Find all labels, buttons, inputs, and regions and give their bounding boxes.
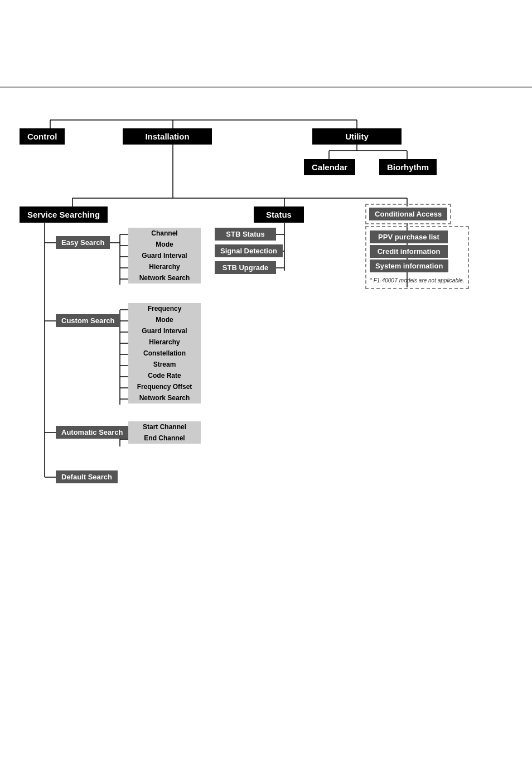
default-search-label: Default Search — [56, 470, 118, 483]
easy-network-search-label: Network Search — [128, 272, 201, 284]
stb-upgrade-node: STB Upgrade — [215, 261, 276, 274]
installation-node: Installation — [123, 128, 212, 145]
auto-end-channel-label: End Channel — [128, 433, 201, 444]
easy-channel-node: Channel — [128, 228, 201, 239]
custom-hierarchy-node: Hierarchy — [128, 337, 201, 348]
biorhythm-node: Biorhythm — [379, 159, 437, 175]
installation-label: Installation — [123, 128, 212, 145]
control-node: Control — [20, 128, 65, 145]
conditional-access-children: PPV purchase list Credit information Sys… — [365, 226, 469, 289]
auto-start-channel-label: Start Channel — [128, 421, 201, 433]
service-searching-node: Service Searching — [20, 206, 108, 223]
custom-frequency-label: Frequency — [128, 303, 201, 314]
note-text: * F1-4000T models are not applicable. — [370, 277, 465, 284]
easy-guard-interval-node: Guard Interval — [128, 250, 201, 261]
easy-hierarchy-label: Hierarchy — [128, 261, 201, 272]
custom-constellation-label: Constellation — [128, 348, 201, 359]
custom-network-search-node: Network Search — [128, 392, 201, 403]
easy-mode-label: Mode — [128, 239, 201, 250]
signal-detection-node: Signal Detection — [215, 244, 283, 257]
easy-guard-interval-label: Guard Interval — [128, 250, 201, 261]
custom-stream-label: Stream — [128, 359, 201, 370]
custom-stream-node: Stream — [128, 359, 201, 370]
custom-frequency-offset-node: Frequency Offset — [128, 381, 201, 392]
biorhythm-label: Biorhythm — [379, 159, 437, 175]
custom-mode-node: Mode — [128, 314, 201, 325]
custom-search-label: Custom Search — [56, 314, 120, 327]
custom-guard-interval-label: Guard Interval — [128, 325, 201, 337]
system-information-label: System information — [370, 260, 448, 272]
credit-information-label: Credit information — [370, 245, 448, 258]
conditional-access-container: Conditional Access — [365, 204, 451, 224]
custom-network-search-label: Network Search — [128, 392, 201, 403]
control-label: Control — [20, 128, 65, 145]
easy-search-node: Easy Search — [56, 236, 110, 249]
ppv-purchase-list-label: PPV purchase list — [370, 230, 448, 243]
stb-status-label: STB Status — [215, 228, 276, 241]
easy-search-label: Easy Search — [56, 236, 110, 249]
default-search-node: Default Search — [56, 470, 118, 483]
custom-guard-interval-node: Guard Interval — [128, 325, 201, 337]
custom-hierarchy-label: Hierarchy — [128, 337, 201, 348]
custom-search-node: Custom Search — [56, 314, 120, 327]
custom-mode-label: Mode — [128, 314, 201, 325]
stb-status-node: STB Status — [215, 228, 276, 241]
calendar-label: Calendar — [304, 159, 355, 175]
custom-frequency-offset-label: Frequency Offset — [128, 381, 201, 392]
status-node: Status — [254, 206, 304, 223]
custom-constellation-node: Constellation — [128, 348, 201, 359]
custom-code-rate-label: Code Rate — [128, 370, 201, 381]
stb-upgrade-label: STB Upgrade — [215, 261, 276, 274]
auto-end-channel-node: End Channel — [128, 433, 201, 444]
easy-hierarchy-node: Hierarchy — [128, 261, 201, 272]
custom-frequency-node: Frequency — [128, 303, 201, 314]
auto-start-channel-node: Start Channel — [128, 421, 201, 433]
calendar-node: Calendar — [304, 159, 355, 175]
service-searching-label: Service Searching — [20, 206, 108, 223]
easy-channel-label: Channel — [128, 228, 201, 239]
utility-label: Utility — [312, 128, 402, 145]
utility-node: Utility — [312, 128, 402, 145]
easy-mode-node: Mode — [128, 239, 201, 250]
automatic-search-label: Automatic Search — [56, 426, 129, 439]
connectors-svg — [0, 87, 532, 645]
signal-detection-label: Signal Detection — [215, 244, 283, 257]
automatic-search-node: Automatic Search — [56, 426, 129, 439]
easy-network-search-node: Network Search — [128, 272, 201, 284]
status-label: Status — [254, 206, 304, 223]
custom-code-rate-node: Code Rate — [128, 370, 201, 381]
conditional-access-label: Conditional Access — [369, 208, 447, 220]
